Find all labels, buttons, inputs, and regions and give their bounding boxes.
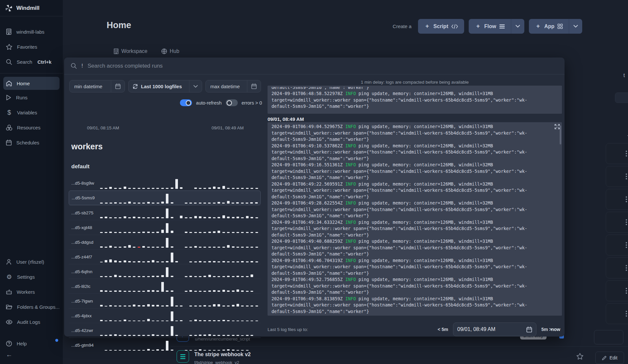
errors-toggle[interactable] <box>226 99 238 106</box>
spark-bar <box>147 202 150 204</box>
sidebar-item-workers[interactable]: Workers <box>0 284 63 299</box>
spark-bar <box>156 335 159 336</box>
sidebar-item-settings[interactable]: ⚙ Settings <box>0 269 63 284</box>
spark-bar <box>138 335 140 336</box>
spark-bar <box>105 188 107 189</box>
row-menu-button[interactable] <box>624 195 628 204</box>
back-5m-button[interactable]: < 5m <box>438 327 448 332</box>
create-script-button[interactable]: + Script <box>418 19 464 34</box>
building-icon <box>6 28 12 35</box>
row-menu-button[interactable] <box>624 309 628 318</box>
row-menu-button[interactable] <box>624 172 628 181</box>
worker-row[interactable]: ...d5-4jdxx <box>69 308 261 323</box>
row-menu-button[interactable] <box>624 218 628 226</box>
spark-bar <box>105 306 107 306</box>
row-menu-button[interactable] <box>624 264 628 272</box>
spark-bar <box>128 245 131 248</box>
row-menu-button[interactable] <box>624 149 628 158</box>
logfiles-selector[interactable]: Last 1000 logfiles <box>128 80 202 92</box>
spark-bar <box>218 187 220 189</box>
spark-bar <box>227 276 230 277</box>
worker-row[interactable]: ...d5-8sg9w <box>69 176 261 190</box>
create-app-button[interactable]: + App <box>529 23 569 30</box>
worker-row[interactable]: ...d5-sb275 <box>69 205 261 220</box>
log-line: default-5sms9-Jmn1G","name":"worker"} <box>271 174 558 181</box>
sidebar-item-schedules[interactable]: Schedules <box>0 135 63 150</box>
search-input[interactable] <box>88 63 558 69</box>
worker-row[interactable]: ...d5-l82lc <box>69 279 261 293</box>
globe-icon <box>161 48 167 54</box>
sidebar-item-help[interactable]: Help <box>0 336 63 351</box>
worker-row[interactable]: ...d5-z44f7 <box>69 249 261 264</box>
spark-bar <box>251 261 253 262</box>
spark-bar <box>251 188 253 189</box>
sidebar-item-user[interactable]: User (rfiszel) <box>0 254 63 269</box>
create-flow-button[interactable]: + Flow <box>469 23 511 30</box>
sidebar-item-folders[interactable]: Folders & Groups... <box>0 299 63 314</box>
forward-5m-button[interactable]: 5m > <box>541 327 552 332</box>
spark-bar <box>180 262 183 262</box>
sidebar-item-variables[interactable]: $ Variables <box>0 105 63 120</box>
auto-refresh-toggle[interactable] <box>180 99 192 106</box>
building-icon <box>113 48 119 54</box>
gear-icon: ⚙ <box>6 273 12 281</box>
spark-bar <box>166 305 168 306</box>
sidebar-item-label: Help <box>17 341 27 346</box>
spark-bar <box>161 261 164 262</box>
worker-name: ...d5-7lgwn <box>71 299 100 304</box>
create-app-dropdown[interactable] <box>569 19 582 34</box>
spark-bar <box>161 202 164 204</box>
create-flow-button-group: + Flow <box>469 19 524 34</box>
now-button[interactable]: now <box>551 327 560 332</box>
worker-list: ...d5-8sg9w...d5-5sms9...d5-sb275...d5-x… <box>69 176 261 352</box>
spark-bar <box>128 188 131 189</box>
create-app-label: App <box>544 24 554 29</box>
favorite-star-icon[interactable] <box>576 353 584 360</box>
spark-bar <box>194 216 197 218</box>
eye-icon <box>6 320 12 324</box>
row-menu-button[interactable] <box>624 287 628 295</box>
home-icon <box>6 80 12 87</box>
spark-bar <box>161 350 164 351</box>
row-menu-button[interactable] <box>627 333 628 341</box>
worker-row[interactable]: ...d5-6qfnn <box>69 264 261 279</box>
spark-bar <box>128 261 131 262</box>
max-datetime-input[interactable]: max datetime <box>205 80 261 92</box>
logs-panel: 1 min delay: logs are compacted before b… <box>266 74 562 337</box>
row-menu-button[interactable] <box>627 354 628 362</box>
worker-row[interactable]: ...d5-gtm94 <box>69 338 261 352</box>
worker-row[interactable]: ...d5-5sms9 <box>69 190 261 205</box>
partial-button[interactable] <box>594 330 623 344</box>
min-datetime-input[interactable]: min datetime <box>69 80 125 92</box>
worker-row[interactable]: ...d5-xgt48 <box>69 220 261 235</box>
sidebar-item-favorites[interactable]: Favorites <box>0 39 63 54</box>
edit-button[interactable]: Edit <box>595 352 624 364</box>
sidebar-item-audit-logs[interactable]: Audit Logs <box>0 314 63 329</box>
spark-bar <box>232 188 235 189</box>
spark-bar <box>171 326 173 336</box>
app-logo[interactable]: Windmill <box>0 0 63 16</box>
search-icon <box>71 63 77 69</box>
code-icon <box>451 24 458 29</box>
expand-icon[interactable] <box>554 124 560 129</box>
row-menu-button[interactable] <box>624 241 628 249</box>
worker-row[interactable]: ...d5-42zwr <box>69 323 261 338</box>
log-datetime-input[interactable]: 09/01, 08:49 AM <box>453 323 536 336</box>
sidebar-item-search[interactable]: Search Ctrl+k <box>0 54 63 69</box>
log-line: 2024-09-01T06:49:22.569591Z INFO ping up… <box>271 181 558 188</box>
scrollbar-thumb[interactable] <box>560 125 561 144</box>
worker-row[interactable]: ...d5-7lgwn <box>69 293 261 308</box>
sidebar-item-home[interactable]: Home <box>3 77 60 90</box>
worker-row[interactable]: ...d5-ddgsd <box>69 235 261 249</box>
sidebar-item-resources[interactable]: Resources <box>0 120 63 135</box>
create-flow-dropdown[interactable] <box>511 19 524 34</box>
spark-bar <box>236 335 239 336</box>
log-line: default-5sms9-Jmn1G","name":"worker"} <box>271 289 558 296</box>
spark-bar <box>128 335 131 336</box>
spark-bar <box>114 321 117 321</box>
sidebar-item-workspace[interactable]: windmill-labs <box>0 24 63 39</box>
spark-bar <box>147 349 150 351</box>
user-icon <box>6 259 12 265</box>
collapse-sidebar-button[interactable]: ← <box>6 351 12 358</box>
sidebar-item-runs[interactable]: Runs <box>0 90 63 105</box>
